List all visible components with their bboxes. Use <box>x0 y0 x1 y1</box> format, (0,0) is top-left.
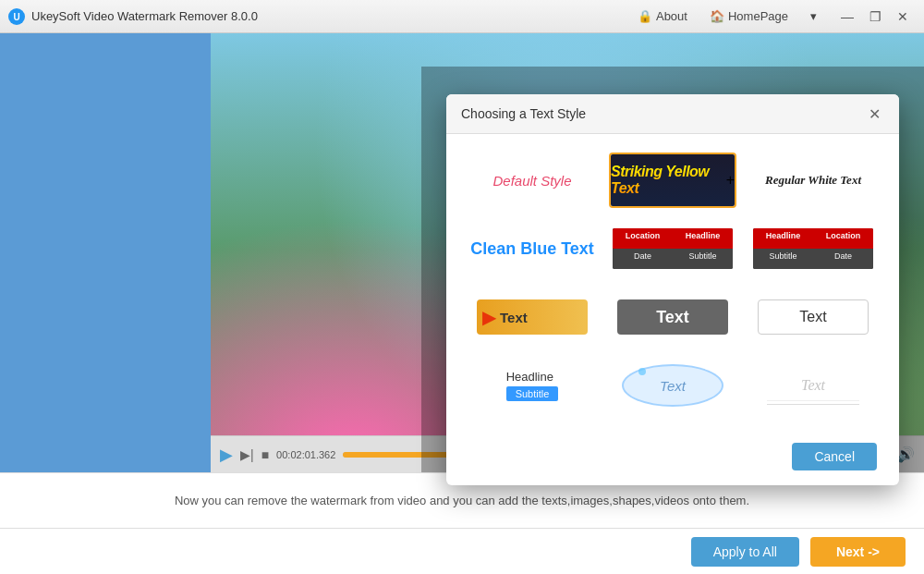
minimize-button[interactable]: — <box>833 3 861 31</box>
style-item-bubble[interactable]: Text <box>609 358 736 413</box>
home-icon: 🏠 <box>710 9 724 23</box>
add-badge: + <box>726 172 735 189</box>
about-label: About <box>656 9 687 23</box>
app-title: UkeySoft Video Watermark Remover 8.0.0 <box>31 9 628 23</box>
apply-to-all-button[interactable]: Apply to All <box>691 537 799 567</box>
homepage-button[interactable]: 🏠 HomePage <box>700 6 797 27</box>
app-icon: U <box>7 7 26 26</box>
next-button[interactable]: Next -> <box>810 537 906 567</box>
text-style-dialog: Choosing a Text Style ✕ Default Style <box>446 94 899 485</box>
table1-date: Date <box>613 249 673 269</box>
status-message: Now you can remove the watermark from vi… <box>175 494 749 507</box>
style-item-table2[interactable]: Headline Location Subtitle Date <box>749 221 877 276</box>
dialog-close-button[interactable]: ✕ <box>864 104 884 124</box>
dialog-footer: Cancel <box>446 443 899 485</box>
dialog-title: Choosing a Text Style <box>461 106 586 121</box>
step-forward-button[interactable]: ▶| <box>240 447 254 462</box>
homepage-label: HomePage <box>728 9 788 23</box>
yellow-text-label: Striking Yellow Text <box>611 164 726 197</box>
style-item-table1[interactable]: Location Headline Date Subtitle <box>609 221 736 276</box>
bubble-dot <box>638 368 646 375</box>
style-item-video-text[interactable]: ▶ Text <box>468 289 596 345</box>
style-item-dark[interactable]: Text <box>609 289 736 345</box>
nav-buttons: 🔒 About 🏠 HomePage ▾ <box>628 6 826 27</box>
table2-subtitle: Subtitle <box>753 249 813 269</box>
table2-date: Date <box>813 249 873 269</box>
table2-location: Location <box>813 228 873 249</box>
blue-text-label: Clean Blue Text <box>470 239 594 259</box>
style-item-default[interactable]: Default Style <box>468 153 596 208</box>
lock-icon: 🔒 <box>638 9 652 23</box>
headline-label: Headline <box>506 370 553 384</box>
bubble-text-label: Text <box>660 378 686 394</box>
stop-button[interactable]: ■ <box>261 447 269 462</box>
style-grid: Default Style Striking Yellow Text + Reg… <box>468 153 877 413</box>
style-item-white[interactable]: Regular White Text <box>749 153 877 208</box>
table1-subtitle: Subtitle <box>673 249 733 269</box>
video-icon: ▶ <box>482 306 496 328</box>
maximize-button[interactable]: ❐ <box>861 3 889 31</box>
window-controls: — ❐ ✕ <box>833 3 917 31</box>
cancel-button[interactable]: Cancel <box>792 443 877 470</box>
default-style-label: Default Style <box>492 173 571 189</box>
start-time: 00:02:01.362 <box>276 449 335 460</box>
style-item-handwriting[interactable]: Text <box>749 358 877 413</box>
about-button[interactable]: 🔒 About <box>628 6 697 27</box>
style-item-headline[interactable]: Headline Subtitle <box>468 358 596 413</box>
chevron-down-icon: ▾ <box>810 9 817 23</box>
handwriting-text-label: Text <box>801 377 825 394</box>
close-button[interactable]: ✕ <box>889 3 917 31</box>
dialog-overlay: Choosing a Text Style ✕ Default Style <box>421 67 924 472</box>
white-text-label: Regular White Text <box>765 173 861 188</box>
style-item-yellow[interactable]: Striking Yellow Text + <box>609 153 736 208</box>
dropdown-button[interactable]: ▾ <box>801 6 826 27</box>
svg-text:U: U <box>13 12 19 22</box>
style-item-plain[interactable]: Text <box>749 289 877 345</box>
table2-headline: Headline <box>753 228 813 249</box>
action-bar: Apply to All Next -> <box>0 528 924 574</box>
dark-text-label: Text <box>656 308 689 327</box>
dialog-header: Choosing a Text Style ✕ <box>446 94 899 134</box>
video-text-label: Text <box>500 310 528 325</box>
plain-text-label: Text <box>799 309 826 325</box>
table1-headline: Headline <box>673 228 733 249</box>
style-item-blue[interactable]: Clean Blue Text <box>468 221 596 276</box>
play-button[interactable]: ▶ <box>220 445 233 465</box>
subtitle-label: Subtitle <box>506 386 559 401</box>
titlebar: U UkeySoft Video Watermark Remover 8.0.0… <box>0 0 924 33</box>
table1-location: Location <box>613 228 673 249</box>
dialog-body: Default Style Striking Yellow Text + Reg… <box>446 134 899 443</box>
